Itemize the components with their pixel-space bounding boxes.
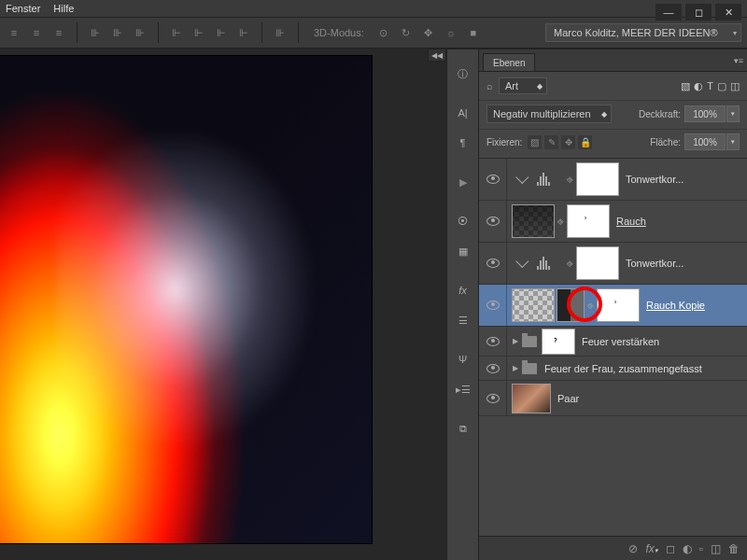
distribute-icon[interactable]: ⊪: [87, 24, 104, 41]
document-canvas[interactable]: [0, 56, 372, 543]
clip-icon: [515, 171, 529, 184]
blend-mode-dropdown[interactable]: Negativ multiplizieren◆: [486, 105, 612, 123]
mask-thumbnail[interactable]: [577, 163, 618, 195]
layer-name[interactable]: Tonwertkor...: [626, 258, 740, 269]
mask-thumbnail[interactable]: ˀ: [543, 329, 574, 354]
filter-mask-thumbnail[interactable]: [557, 289, 584, 321]
layer-thumbnail[interactable]: [513, 205, 554, 237]
filter-pixel-icon[interactable]: ▧: [681, 80, 690, 92]
actions-icon[interactable]: ▸☰: [452, 378, 474, 400]
align-icon[interactable]: ≡: [6, 24, 22, 41]
options-bar: ≡ ≡ ≡ ⊪ ⊪ ⊪ ⊩ ⊩ ⊩ ⊩ ⊪ 3D-Modus: ⊙ ↻ ✥ ☼ …: [0, 17, 747, 49]
layer-name[interactable]: Rauch: [616, 216, 740, 227]
fill-value[interactable]: 100%: [684, 133, 726, 150]
link-icon: ⎆: [567, 258, 573, 269]
lock-label: Fixieren:: [486, 137, 522, 147]
fx-icon[interactable]: fx▾: [645, 542, 657, 555]
info-icon[interactable]: ⓘ: [452, 63, 474, 85]
lock-paint-icon[interactable]: ✎: [544, 135, 558, 149]
menu-fenster[interactable]: Fenster: [6, 3, 40, 14]
lock-trans-icon[interactable]: ▨: [528, 135, 542, 149]
play-icon[interactable]: ▶: [452, 171, 474, 193]
adjustment-icon[interactable]: ◐: [683, 542, 692, 555]
panel-menu-icon[interactable]: ▾≡: [734, 56, 743, 65]
align-icon[interactable]: ≡: [50, 24, 67, 41]
layer-row[interactable]: ▶ Feuer der Frau, zusammengefasst: [479, 357, 747, 381]
layers-tab[interactable]: Ebenen: [483, 53, 535, 71]
lock-all-icon[interactable]: 🔒: [578, 135, 592, 149]
distribute-icon[interactable]: ⊩: [235, 24, 252, 41]
swatches-icon[interactable]: ⦿: [452, 210, 474, 232]
filter-type-icon[interactable]: T: [707, 80, 713, 92]
distribute-icon[interactable]: ⊩: [190, 24, 207, 41]
link-icon: ⎆: [567, 174, 573, 185]
new-layer-icon[interactable]: ◫: [711, 542, 721, 555]
layer-row[interactable]: ⎆ ʾ Rauch: [479, 201, 747, 243]
styles-icon[interactable]: ▦: [452, 240, 474, 262]
layer-name[interactable]: Feuer der Frau, zusammengefasst: [544, 363, 740, 374]
tool-preset-icon[interactable]: ☰: [452, 309, 474, 331]
paragraph-icon[interactable]: ¶: [452, 132, 474, 154]
distribute-icon[interactable]: ⊪: [109, 24, 126, 41]
distribute-icon[interactable]: ⊪: [272, 24, 289, 41]
minimize-button[interactable]: —: [655, 4, 682, 21]
layer-name[interactable]: Paar: [557, 393, 740, 404]
3d-pan-icon[interactable]: ✥: [420, 24, 437, 41]
distribute-icon[interactable]: ⊪: [132, 24, 148, 41]
menu-hilfe[interactable]: Hilfe: [53, 3, 74, 14]
layer-name[interactable]: Feuer verstärken: [582, 336, 740, 347]
layer-name[interactable]: Rauch Kopie: [646, 300, 740, 311]
measure-icon[interactable]: ⧉: [452, 417, 474, 440]
window-controls: — ◻ ✕: [655, 4, 741, 21]
usb-icon[interactable]: Ψ: [452, 348, 474, 371]
opacity-value[interactable]: 100%: [684, 105, 726, 122]
lock-move-icon[interactable]: ✥: [561, 135, 575, 149]
3d-camera-icon[interactable]: ■: [465, 24, 482, 41]
visibility-icon[interactable]: [486, 175, 500, 184]
3d-mode-label: 3D-Modus:: [314, 27, 364, 38]
layer-row[interactable]: ⎆ ʾ Rauch Kopie: [479, 285, 747, 327]
visibility-icon[interactable]: [486, 337, 500, 346]
workspace-selector[interactable]: Marco Kolditz, MEER DER IDEEN® ▾: [545, 23, 741, 42]
3d-light-icon[interactable]: ☼: [443, 24, 459, 41]
visibility-icon[interactable]: [486, 394, 500, 403]
maximize-button[interactable]: ◻: [685, 4, 712, 21]
mask-icon[interactable]: ◻: [666, 542, 675, 555]
collapsed-panels: ⓘ A| ¶ ▶ ⦿ ▦ fx ☰ Ψ ▸☰ ⧉: [446, 49, 478, 560]
filter-shape-icon[interactable]: ▢: [717, 80, 726, 92]
visibility-icon[interactable]: [486, 301, 500, 310]
character-icon[interactable]: A|: [452, 102, 474, 124]
layer-name[interactable]: Tonwertkor...: [626, 174, 740, 185]
filter-adjust-icon[interactable]: ◐: [694, 80, 703, 92]
distribute-icon[interactable]: ⊩: [213, 24, 230, 41]
close-button[interactable]: ✕: [715, 4, 741, 21]
align-icon[interactable]: ≡: [28, 24, 45, 41]
distribute-icon[interactable]: ⊩: [168, 24, 185, 41]
expand-icon[interactable]: ▶: [513, 337, 518, 345]
group-icon[interactable]: ▫: [699, 542, 703, 555]
expand-icon[interactable]: ▶: [513, 364, 518, 372]
mask-thumbnail[interactable]: ʾ: [598, 289, 639, 321]
mask-thumbnail[interactable]: ʾ: [568, 205, 609, 237]
3d-rotate-icon[interactable]: ↻: [398, 24, 415, 41]
visibility-icon[interactable]: [486, 217, 500, 226]
layer-thumbnail[interactable]: [513, 385, 550, 413]
fx-icon[interactable]: fx: [452, 279, 474, 301]
layer-thumbnail[interactable]: [513, 289, 554, 321]
filter-type-dropdown[interactable]: Art◆: [499, 77, 547, 94]
layer-row[interactable]: ▶ ˀ Feuer verstärken: [479, 327, 747, 357]
fill-slider-toggle[interactable]: ▾: [726, 133, 740, 150]
3d-orbit-icon[interactable]: ⊙: [375, 24, 392, 41]
visibility-icon[interactable]: [486, 259, 500, 268]
filter-smart-icon[interactable]: ◫: [730, 80, 740, 92]
mask-thumbnail[interactable]: [577, 247, 618, 279]
trash-icon[interactable]: 🗑: [728, 542, 740, 555]
layer-row[interactable]: ⎆ Tonwertkor...: [479, 243, 747, 285]
layer-row[interactable]: Paar: [479, 381, 747, 416]
link-layers-icon[interactable]: ⊘: [628, 542, 638, 555]
opacity-slider-toggle[interactable]: ▾: [726, 105, 740, 122]
layer-row[interactable]: ⎆ Tonwertkor...: [479, 159, 747, 201]
layers-panel: Ebenen ▾≡ ⌕ Art◆ ▧ ◐ T ▢ ◫ Negativ multi…: [478, 49, 747, 560]
visibility-icon[interactable]: [486, 364, 500, 373]
collapse-button[interactable]: ◀◀: [428, 49, 446, 62]
